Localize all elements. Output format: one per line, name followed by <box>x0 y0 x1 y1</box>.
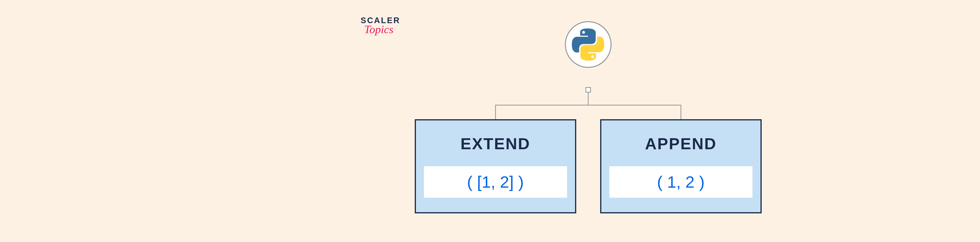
connector-right <box>681 105 681 119</box>
root-node <box>565 21 611 68</box>
brand-logo: SCALER Topics <box>361 16 401 36</box>
append-title: APPEND <box>645 135 717 153</box>
connector-left <box>495 105 496 119</box>
connector-bar <box>495 105 681 105</box>
python-icon <box>571 27 605 62</box>
extend-card: EXTEND ( [1, 2] ) <box>415 119 576 213</box>
extend-args: ( [1, 2] ) <box>424 166 567 198</box>
cards-row: EXTEND ( [1, 2] ) APPEND ( 1, 2 ) <box>415 119 762 213</box>
diagram-container: EXTEND ( [1, 2] ) APPEND ( 1, 2 ) <box>415 21 762 68</box>
extend-title: EXTEND <box>460 135 530 153</box>
connector-line <box>588 92 589 105</box>
append-args: ( 1, 2 ) <box>609 166 752 198</box>
append-card: APPEND ( 1, 2 ) <box>600 119 762 213</box>
connector-stub <box>585 87 591 92</box>
brand-subtitle: Topics <box>364 23 393 36</box>
